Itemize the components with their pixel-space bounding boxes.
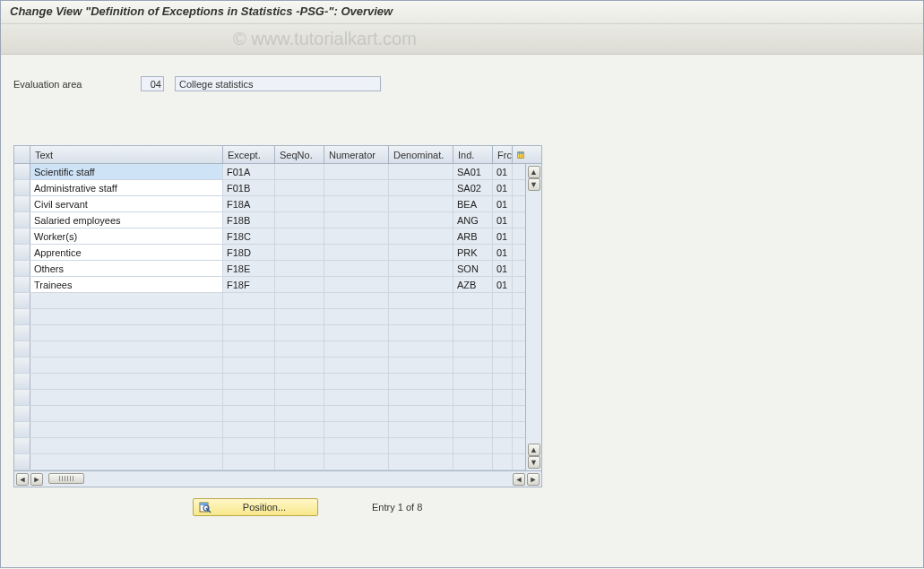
cell-frc[interactable]: 01 [493, 180, 513, 195]
cell-ind[interactable] [453, 374, 493, 389]
table-row[interactable]: Worker(s)F18CARB01 [14, 228, 541, 245]
cell-except[interactable]: F18B [223, 212, 275, 228]
cell-frc[interactable] [493, 438, 513, 453]
cell-denominat[interactable] [389, 228, 453, 244]
table-row-empty[interactable] [14, 406, 541, 422]
table-row-empty[interactable] [14, 341, 541, 358]
row-selector[interactable] [14, 358, 30, 373]
cell-numerator[interactable] [324, 358, 389, 373]
cell-denominat[interactable] [389, 406, 453, 421]
cell-denominat[interactable] [389, 293, 453, 308]
cell-frc[interactable] [493, 406, 513, 421]
cell-except[interactable]: F18A [223, 196, 275, 211]
cell-numerator[interactable] [324, 374, 389, 389]
cell-numerator[interactable] [324, 212, 389, 228]
cell-seqno[interactable] [275, 358, 324, 373]
cell-except[interactable]: F01A [223, 164, 275, 179]
cell-text[interactable]: Apprentice [30, 245, 223, 260]
column-select-all[interactable] [14, 146, 30, 163]
row-selector[interactable] [14, 196, 30, 211]
cell-seqno[interactable] [275, 196, 324, 211]
cell-text[interactable] [30, 374, 223, 389]
cell-seqno[interactable] [275, 422, 324, 437]
cell-ind[interactable] [453, 358, 493, 373]
row-selector[interactable] [14, 164, 30, 179]
cell-seqno[interactable] [275, 261, 324, 276]
vertical-scrollbar[interactable]: ▲ ▼ ▲ ▼ [525, 164, 541, 470]
row-selector[interactable] [14, 277, 30, 292]
cell-numerator[interactable] [324, 261, 389, 276]
cell-numerator[interactable] [324, 438, 389, 453]
cell-ind[interactable] [453, 390, 493, 405]
cell-denominat[interactable] [389, 277, 453, 292]
cell-denominat[interactable] [389, 196, 453, 211]
cell-numerator[interactable] [324, 245, 389, 260]
cell-frc[interactable]: 01 [493, 212, 513, 228]
cell-seqno[interactable] [275, 325, 324, 341]
cell-text[interactable] [30, 293, 223, 308]
cell-ind[interactable]: ANG [453, 212, 493, 228]
row-selector[interactable] [14, 438, 30, 453]
cell-text[interactable]: Scientific staff [30, 164, 223, 179]
cell-seqno[interactable] [275, 309, 324, 324]
cell-frc[interactable] [493, 325, 513, 341]
cell-numerator[interactable] [324, 293, 389, 308]
cell-except[interactable]: F18C [223, 228, 275, 244]
cell-text[interactable] [30, 390, 223, 405]
cell-ind[interactable] [453, 341, 493, 357]
cell-seqno[interactable] [275, 374, 324, 389]
cell-frc[interactable] [493, 390, 513, 405]
scroll-down-button[interactable]: ▼ [528, 456, 540, 469]
row-selector[interactable] [14, 293, 30, 308]
cell-text[interactable]: Civil servant [30, 196, 223, 211]
cell-numerator[interactable] [324, 406, 389, 421]
cell-except[interactable]: F18E [223, 261, 275, 276]
cell-denominat[interactable] [389, 341, 453, 357]
scroll-track[interactable] [528, 193, 540, 442]
cell-denominat[interactable] [389, 164, 453, 179]
cell-seqno[interactable] [275, 454, 324, 470]
cell-text[interactable]: Administrative staff [30, 180, 223, 195]
cell-ind[interactable]: SA02 [453, 180, 493, 195]
cell-ind[interactable] [453, 406, 493, 421]
cell-numerator[interactable] [324, 277, 389, 292]
cell-ind[interactable]: AZB [453, 277, 493, 292]
table-row-empty[interactable] [14, 438, 541, 454]
cell-text[interactable] [30, 422, 223, 437]
row-selector[interactable] [14, 228, 30, 244]
cell-ind[interactable] [453, 309, 493, 324]
cell-ind[interactable] [453, 325, 493, 341]
cell-frc[interactable]: 01 [493, 228, 513, 244]
cell-denominat[interactable] [389, 454, 453, 470]
table-row-empty[interactable] [14, 293, 541, 309]
cell-except[interactable] [223, 341, 275, 357]
cell-except[interactable] [223, 406, 275, 421]
scroll-left-button[interactable]: ◄ [16, 473, 29, 486]
cell-numerator[interactable] [324, 390, 389, 405]
cell-numerator[interactable] [324, 422, 389, 437]
cell-except[interactable] [223, 422, 275, 437]
column-header-text[interactable]: Text [30, 146, 223, 163]
cell-seqno[interactable] [275, 406, 324, 421]
table-row[interactable]: ApprenticeF18DPRK01 [14, 245, 541, 261]
cell-except[interactable]: F01B [223, 180, 275, 195]
cell-frc[interactable]: 01 [493, 261, 513, 276]
cell-ind[interactable]: PRK [453, 245, 493, 260]
table-row-empty[interactable] [14, 454, 541, 470]
column-header-seqno[interactable]: SeqNo. [275, 146, 324, 163]
cell-text[interactable] [30, 341, 223, 357]
cell-except[interactable] [223, 309, 275, 324]
cell-except[interactable] [223, 438, 275, 453]
row-selector[interactable] [14, 212, 30, 228]
table-row-empty[interactable] [14, 374, 541, 390]
cell-ind[interactable]: SON [453, 261, 493, 276]
table-row-empty[interactable] [14, 422, 541, 438]
scroll-left-step-button[interactable]: ◄ [513, 473, 525, 486]
cell-numerator[interactable] [324, 454, 389, 470]
scroll-right-step-button[interactable]: ► [30, 473, 43, 486]
cell-numerator[interactable] [324, 309, 389, 324]
cell-seqno[interactable] [275, 293, 324, 308]
row-selector[interactable] [14, 245, 30, 260]
column-header-denominat[interactable]: Denominat. [389, 146, 453, 163]
cell-ind[interactable] [453, 454, 493, 470]
